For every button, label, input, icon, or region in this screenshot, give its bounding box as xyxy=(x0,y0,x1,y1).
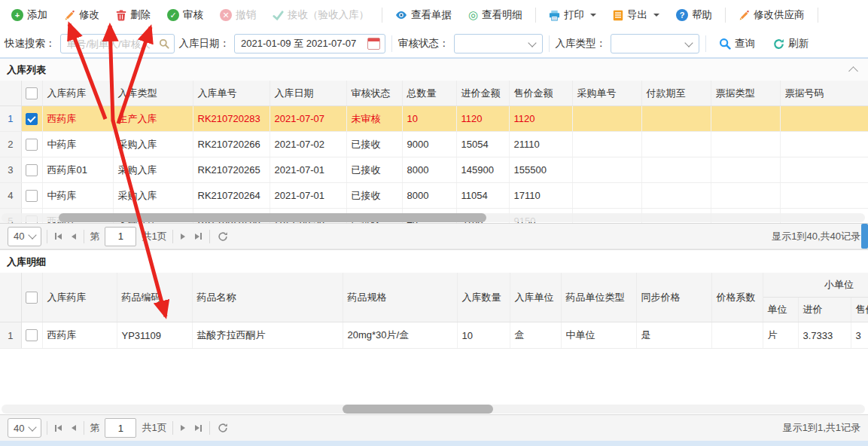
cell: 已接收 xyxy=(346,183,402,209)
cell xyxy=(572,157,641,183)
column-header[interactable]: 审核状态 xyxy=(346,81,402,106)
column-header[interactable]: 入库类型 xyxy=(113,81,193,106)
cell: RK210720265 xyxy=(193,157,270,183)
toolbar-button-help[interactable]: ?帮助 xyxy=(668,4,720,26)
refresh-button[interactable]: 刷新 xyxy=(766,37,815,50)
column-header[interactable]: 入库单号 xyxy=(193,81,270,106)
stockin-type-select[interactable] xyxy=(611,34,699,53)
sub-column-header[interactable]: 进价 xyxy=(798,298,851,322)
horizontal-scrollbar[interactable] xyxy=(2,405,865,414)
toolbar-button-label: 导出 xyxy=(627,8,647,22)
column-header[interactable]: 药品编码 xyxy=(117,273,192,322)
toolbar-button-label: 添加 xyxy=(27,8,47,22)
stock-in-detail-table: 入库药库药品编码药品名称药品规格入库数量入库单位药品单位类型同步价格价格系数小单… xyxy=(0,273,868,405)
detail-pagination-bar: 40第共1页显示1到1,共1记录 xyxy=(0,414,868,441)
column-header[interactable]: 药品单位类型 xyxy=(561,273,636,322)
toolbar-button-view-doc[interactable]: 查看单据 xyxy=(387,4,460,26)
sub-column-header[interactable]: 售价 xyxy=(851,298,868,322)
query-button-label: 查询 xyxy=(735,37,755,50)
vertical-scrollbar-thumb[interactable] xyxy=(861,224,868,249)
divider xyxy=(391,35,392,52)
toolbar-button-add[interactable]: +添加 xyxy=(3,4,56,26)
column-header[interactable]: 药品名称 xyxy=(192,273,343,322)
column-header[interactable]: 价格系数 xyxy=(711,273,763,322)
table-row[interactable]: 1西药库YP31109盐酸齐拉西酮片20mg*30片/盒10盒中单位是片3.73… xyxy=(0,322,868,349)
column-header[interactable]: 付款期至 xyxy=(641,81,711,106)
pager-info: 显示1到1,共1记录 xyxy=(783,421,860,435)
quick-search-label: 快速搜索： xyxy=(5,37,56,50)
table-row[interactable]: 2中药库采购入库RK2107202662021-07-02已接收90001505… xyxy=(0,132,868,157)
column-header[interactable]: 票据号码 xyxy=(780,81,868,106)
query-button[interactable]: 查询 xyxy=(712,37,762,50)
page-number-input[interactable] xyxy=(105,227,136,246)
column-header[interactable]: 入库数量 xyxy=(457,273,510,322)
scrollbar-thumb[interactable] xyxy=(343,405,493,414)
column-header[interactable]: 药品规格 xyxy=(343,273,457,322)
first-page-button[interactable] xyxy=(53,233,64,240)
row-checkbox[interactable] xyxy=(26,329,38,341)
cell: 盐酸齐拉西酮片 xyxy=(192,322,343,349)
cell xyxy=(711,322,763,349)
column-header[interactable]: 售价金额 xyxy=(509,81,572,106)
column-header[interactable]: 总数量 xyxy=(402,81,456,106)
row-checkbox[interactable] xyxy=(26,292,38,304)
cell: 10 xyxy=(457,322,510,349)
quick-search-input-box xyxy=(60,34,175,53)
scrollbar-thumb[interactable] xyxy=(59,213,486,222)
toolbar-button-audit[interactable]: ✓审核 xyxy=(159,4,212,26)
check-circle-icon: ✓ xyxy=(167,9,179,21)
toolbar-button-delete[interactable]: 删除 xyxy=(108,4,159,26)
collapse-panel-icon[interactable] xyxy=(848,66,858,76)
page-size-select[interactable]: 40 xyxy=(8,227,41,246)
row-checkbox[interactable] xyxy=(26,139,38,151)
group-column-header: 小单位 xyxy=(763,273,868,298)
page-number-input[interactable] xyxy=(105,418,136,438)
divider xyxy=(84,230,84,243)
audit-status-select[interactable] xyxy=(454,34,543,53)
trash-icon xyxy=(116,10,126,21)
cell xyxy=(572,106,641,132)
first-page-button[interactable] xyxy=(53,425,64,432)
column-header[interactable]: 同步价格 xyxy=(636,273,711,322)
last-page-button[interactable] xyxy=(193,425,204,432)
column-header[interactable]: 票据类型 xyxy=(711,81,780,106)
next-page-button[interactable] xyxy=(178,234,187,240)
column-header[interactable]: 入库药库 xyxy=(42,81,113,106)
page-size-select[interactable]: 40 xyxy=(8,418,41,438)
toolbar-button-export[interactable]: 导出 xyxy=(605,4,668,26)
quick-search-input[interactable] xyxy=(65,38,156,50)
last-page-button[interactable] xyxy=(193,233,204,240)
calendar-icon[interactable] xyxy=(367,38,380,50)
cell: 3.7333 xyxy=(798,322,851,349)
horizontal-scrollbar[interactable] xyxy=(2,213,865,222)
date-range-input[interactable] xyxy=(239,38,364,50)
pencil-icon xyxy=(739,10,750,21)
row-checkbox[interactable] xyxy=(26,87,38,99)
column-header[interactable]: 入库日期 xyxy=(270,81,346,106)
toolbar-button-view-detail[interactable]: ◎查看明细 xyxy=(460,4,531,26)
row-checkbox[interactable] xyxy=(26,164,38,176)
table-row[interactable]: 1西药库生产入库RK2107202832021-07-07未审核10112011… xyxy=(0,106,868,132)
reload-icon[interactable] xyxy=(215,231,230,242)
column-header[interactable]: 进价金额 xyxy=(456,81,509,106)
toolbar-button-print[interactable]: 打印 xyxy=(541,4,605,26)
sub-column-header[interactable]: 单位 xyxy=(763,298,798,322)
prev-page-button[interactable] xyxy=(69,425,78,431)
toolbar-button-edit[interactable]: 修改 xyxy=(56,4,108,26)
toolbar-button-edit-supplier[interactable]: 修改供应商 xyxy=(730,4,813,26)
prev-page-button[interactable] xyxy=(69,234,78,240)
reload-icon[interactable] xyxy=(215,423,230,433)
column-header[interactable]: 入库药库 xyxy=(42,273,117,322)
cell xyxy=(780,183,868,209)
column-header[interactable]: 入库单位 xyxy=(510,273,561,322)
cell: 145900 xyxy=(456,157,509,183)
toolbar-button-label: 接收（验收入库） xyxy=(288,8,369,22)
column-header[interactable]: 采购单号 xyxy=(572,81,641,106)
next-page-button[interactable] xyxy=(178,425,187,431)
row-checkbox[interactable] xyxy=(26,113,38,125)
row-checkbox[interactable] xyxy=(26,190,38,202)
cell: 17110 xyxy=(509,183,572,209)
table-row[interactable]: 3西药库01采购入库RK2107202652021-07-01已接收800014… xyxy=(0,157,868,183)
detail-panel-title: 入库明细 xyxy=(7,255,46,269)
table-row[interactable]: 4中药库采购入库RK2107202642021-07-01已接收80001105… xyxy=(0,183,868,209)
